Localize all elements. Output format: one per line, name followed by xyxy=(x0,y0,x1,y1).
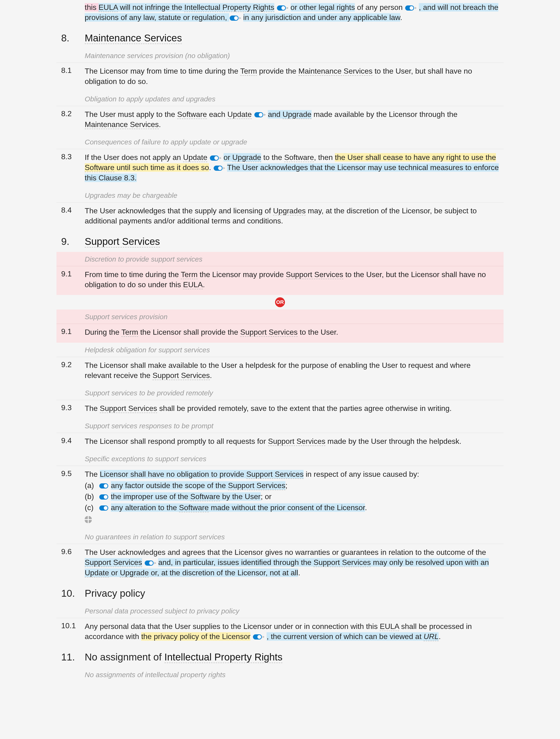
text xyxy=(142,558,144,567)
text: . xyxy=(203,280,205,289)
text: . xyxy=(159,120,161,129)
text: If the User does not apply an xyxy=(85,153,183,162)
hint-text: Specific exceptions to support services xyxy=(85,455,206,463)
text: . xyxy=(365,503,367,512)
defined-term: Support Services xyxy=(313,558,371,567)
text: by the User xyxy=(220,492,261,501)
hint-text: Upgrades may be chargeable xyxy=(85,191,177,199)
hint-row: Helpdesk obligation for support services xyxy=(56,343,504,357)
text: or other legal rights xyxy=(291,3,355,11)
defined-term: Support Services xyxy=(152,371,210,380)
toggle-icon[interactable] xyxy=(214,166,223,171)
toggle-icon[interactable] xyxy=(230,15,239,21)
text: will not infringe the xyxy=(118,3,184,11)
text: made available by the Licensor through t… xyxy=(311,110,458,119)
clause-8-3: 8.3 If the User does not apply an Update… xyxy=(56,149,504,188)
section-title: Maintenance Services xyxy=(85,32,182,44)
toggle-icon[interactable] xyxy=(145,561,154,566)
toggle-icon[interactable] xyxy=(253,634,262,639)
defined-term: Update xyxy=(85,569,109,577)
text: and xyxy=(268,110,282,119)
hint-text: Support services provision xyxy=(85,313,167,321)
clause-7-fragment: this EULA will not infringe the Intellec… xyxy=(56,0,504,28)
defined-term: Support Services xyxy=(228,481,285,490)
toggle-icon[interactable] xyxy=(405,5,414,11)
hint-text: No guarantees in relation to support ser… xyxy=(85,533,225,541)
chevron-right-icon xyxy=(223,167,225,169)
section-10-header: 10. Privacy policy xyxy=(56,583,504,604)
text: . xyxy=(400,13,402,22)
clause-number: 9.4 xyxy=(61,436,85,445)
toggle-icon[interactable] xyxy=(210,155,219,161)
defined-term: Support Services xyxy=(246,470,304,479)
hint-text: Maintenance services provision (no oblig… xyxy=(85,52,230,60)
text: until such time as it does so xyxy=(114,163,209,172)
list-item: (c) any alteration to the Software made … xyxy=(85,502,499,513)
text: Licensor shall have no obligation to pro… xyxy=(100,470,246,478)
defined-term: Term xyxy=(181,270,197,279)
clause-number: 10.1 xyxy=(61,621,85,630)
defined-term: Support Services xyxy=(286,270,343,279)
text: ; xyxy=(285,481,288,490)
defined-term-eula: EULA xyxy=(99,3,118,12)
hint-text: Support services responses to be prompt xyxy=(85,422,214,430)
text: . xyxy=(209,163,213,172)
text: shall be provided remotely, save to the … xyxy=(157,404,452,413)
clause-8-1: 8.1 The Licensor may from time to time d… xyxy=(56,63,504,92)
text: The xyxy=(85,470,100,478)
text: . xyxy=(298,569,300,577)
add-item-icon[interactable] xyxy=(85,516,92,523)
text: . xyxy=(210,371,212,380)
chevron-right-icon xyxy=(263,636,265,638)
section-title: Privacy policy xyxy=(85,588,145,599)
defined-term: Maintenance Services xyxy=(85,120,159,129)
hint-row: Support services responses to be prompt xyxy=(56,419,504,433)
section-8-header: 8. Maintenance Services xyxy=(56,28,504,48)
text: the privacy policy of the Licensor xyxy=(141,632,250,641)
section-number: 8. xyxy=(61,32,85,44)
clause-9-3: 9.3 The Support Services shall be provid… xyxy=(56,400,504,419)
chevron-right-icon xyxy=(415,7,417,9)
text: The Licensor may from time to time durin… xyxy=(85,67,240,75)
section-title: Support Services xyxy=(85,236,160,248)
defined-term: Upgrade xyxy=(283,110,311,119)
hint-row: Upgrades may be chargeable xyxy=(56,188,504,202)
chevron-right-icon xyxy=(220,157,222,159)
text: The xyxy=(85,404,100,413)
hint-row: Specific exceptions to support services xyxy=(56,452,504,466)
defined-term: Upgrade xyxy=(120,569,149,577)
hint-text: Discretion to provide support services xyxy=(85,255,202,263)
text: or xyxy=(224,153,232,162)
text: or, at the discretion of the Licensor, n… xyxy=(149,569,298,577)
text: ; or xyxy=(261,492,272,501)
clause-number: 9.5 xyxy=(61,469,85,478)
text: made without the prior consent of the Li… xyxy=(209,503,365,512)
toggle-icon[interactable] xyxy=(99,505,108,510)
chevron-right-icon xyxy=(264,114,266,116)
defined-term: EULA xyxy=(380,622,399,631)
defined-term: EULA xyxy=(183,280,203,289)
toggle-icon[interactable] xyxy=(254,112,263,117)
section-11-header: 11. No assignment of Intellectual Proper… xyxy=(56,647,504,668)
text: in any jurisdiction and under any applic… xyxy=(243,13,400,22)
hint-row: Obligation to apply updates and upgrades xyxy=(56,92,504,106)
hint-row: Maintenance services provision (no oblig… xyxy=(56,48,504,63)
toggle-icon[interactable] xyxy=(99,483,108,488)
defined-term: Software xyxy=(190,492,220,501)
defined-term: Software xyxy=(284,153,314,162)
clause-number: 8.4 xyxy=(61,206,85,214)
toggle-icon[interactable] xyxy=(99,494,108,499)
text: to the User. xyxy=(298,328,338,336)
clause-number: 8.1 xyxy=(61,66,85,75)
clause-number: 9.1 xyxy=(61,327,85,336)
defined-term: Software xyxy=(85,163,114,172)
clause-number: 9.1 xyxy=(61,270,85,278)
toggle-icon[interactable] xyxy=(277,5,286,11)
clause-number: 9.2 xyxy=(61,360,85,369)
defined-term: Software xyxy=(179,503,209,512)
alternative-block-2: Support services provision 9.1 During th… xyxy=(56,309,504,342)
clause-8-4: 8.4 The User acknowledges that the suppl… xyxy=(56,202,504,231)
or-badge[interactable]: OR xyxy=(275,297,285,307)
variable-placeholder[interactable]: URL xyxy=(424,632,439,641)
defined-term: Upgrades xyxy=(273,206,306,215)
